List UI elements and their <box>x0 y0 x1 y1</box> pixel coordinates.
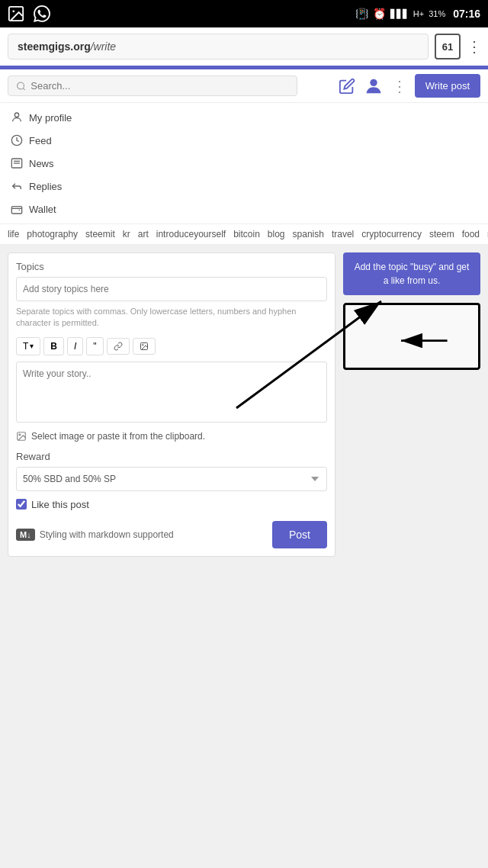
battery-indicator: 31% <box>429 9 445 18</box>
nav-label-news: News <box>29 158 54 169</box>
tags-bar: life photography steemit kr art introduc… <box>0 224 488 245</box>
like-post-label: Like this post <box>31 499 89 510</box>
vibrate-icon: 📳 <box>355 8 368 20</box>
side-panel: Add the topic "busy" and get a like from… <box>343 252 480 557</box>
url-bar[interactable]: steemgigs.org/write <box>8 34 429 59</box>
wallet-icon <box>11 203 23 215</box>
nav-menu: My profile Feed News Replies Wallet <box>0 103 488 224</box>
nav-label-feed: Feed <box>29 135 52 146</box>
like-post-checkbox[interactable] <box>16 499 27 510</box>
image-upload-icon <box>16 431 27 442</box>
topics-input[interactable] <box>16 277 327 301</box>
write-story-input[interactable] <box>16 362 327 423</box>
image-embed-icon <box>140 342 149 351</box>
topics-hint: Separate topics with commas. Only lowerc… <box>16 306 327 330</box>
tag-spanish[interactable]: spanish <box>293 229 324 240</box>
tag-food[interactable]: food <box>462 229 480 240</box>
url-domain: steemgigs.org <box>18 40 91 53</box>
editor-toolbar: T ▾ B I " <box>16 337 327 355</box>
nav-item-feed[interactable]: Feed <box>0 129 488 152</box>
search-area[interactable] <box>8 76 297 96</box>
annotation-arrow-box <box>343 303 480 370</box>
more-options-icon[interactable]: ⋮ <box>392 77 407 95</box>
nav-item-wallet[interactable]: Wallet <box>0 198 488 220</box>
signal-icon: ▋▋▋ <box>390 9 409 19</box>
reward-select[interactable]: 50% SBD and 50% SP100% Steem PowerDeclin… <box>16 467 327 491</box>
nav-item-myprofile[interactable]: My profile <box>0 106 488 129</box>
nav-label-myprofile: My profile <box>29 112 72 124</box>
browser-bar: steemgigs.org/write 61 ⋮ <box>0 27 488 67</box>
image-select-label: Select image or paste it from the clipbo… <box>31 431 205 442</box>
browser-menu-button[interactable]: ⋮ <box>467 37 480 56</box>
write-post-button[interactable]: Write post <box>415 74 480 98</box>
tag-kr[interactable]: kr <box>123 229 130 240</box>
nav-label-replies: Replies <box>29 181 62 192</box>
link-icon <box>114 342 123 351</box>
status-bar-right: 📳 ⏰ ▋▋▋ H+ 31% 07:16 <box>355 8 480 20</box>
network-type: H+ <box>413 9 424 18</box>
like-post-row: Like this post <box>16 499 327 510</box>
profile-icon[interactable] <box>363 76 384 97</box>
bold-button[interactable]: B <box>43 337 64 355</box>
link-button[interactable] <box>107 338 130 355</box>
topics-label: Topics <box>16 261 327 272</box>
italic-button[interactable]: I <box>67 337 83 355</box>
text-size-button[interactable]: T ▾ <box>16 337 40 355</box>
status-time: 07:16 <box>453 8 480 20</box>
quote-button[interactable]: " <box>86 337 103 355</box>
search-input[interactable] <box>30 80 289 92</box>
reward-section: Reward 50% SBD and 50% SP100% Steem Powe… <box>16 451 327 491</box>
alarm-icon: ⏰ <box>373 8 386 20</box>
post-button[interactable]: Post <box>272 521 327 548</box>
news-icon <box>11 157 23 169</box>
svg-line-3 <box>23 88 24 89</box>
tag-cryptocurrency[interactable]: cryptocurrency <box>361 229 422 240</box>
svg-rect-10 <box>11 207 21 214</box>
search-icon <box>16 81 26 92</box>
tag-bitcoin[interactable]: bitcoin <box>233 229 260 240</box>
markdown-info: M↓ Styling with markdown supported <box>16 529 174 541</box>
svg-point-14 <box>19 434 21 436</box>
tag-art[interactable]: art <box>138 229 149 240</box>
svg-point-2 <box>18 82 24 89</box>
tag-photography[interactable]: photography <box>27 229 78 240</box>
nav-item-news[interactable]: News <box>0 152 488 175</box>
editor-panel: Topics Separate topics with commas. Only… <box>8 252 336 557</box>
post-row: M↓ Styling with markdown supported Post <box>16 521 327 548</box>
tag-introduceyourself[interactable]: introduceyourself <box>156 229 226 240</box>
tag-steemit[interactable]: steemit <box>85 229 115 240</box>
status-bar-left <box>8 5 50 22</box>
main-content: Topics Separate topics with commas. Only… <box>0 245 488 564</box>
nav-label-wallet: Wallet <box>29 204 56 215</box>
annotation-arrow <box>345 305 478 368</box>
nav-item-replies[interactable]: Replies <box>0 175 488 198</box>
tag-steem[interactable]: steem <box>429 229 454 240</box>
tag-blog[interactable]: blog <box>268 229 285 240</box>
reward-label: Reward <box>16 451 327 462</box>
svg-point-4 <box>370 79 377 85</box>
person-icon <box>11 111 23 124</box>
status-bar: 📳 ⏰ ▋▋▋ H+ 31% 07:16 <box>0 0 488 27</box>
markdown-badge: M↓ <box>16 529 35 541</box>
page-bottom <box>0 564 488 868</box>
url-path: /write <box>91 40 116 53</box>
svg-point-1 <box>12 10 14 12</box>
feed-icon <box>11 134 23 146</box>
svg-point-5 <box>14 113 18 117</box>
tab-count[interactable]: 61 <box>435 34 461 59</box>
toolbar-right-icons: ⋮ Write post <box>339 74 480 98</box>
svg-point-12 <box>142 344 143 346</box>
reply-icon <box>11 180 23 192</box>
image-button[interactable] <box>133 338 156 355</box>
image-select-row[interactable]: Select image or paste it from the clipbo… <box>16 431 327 442</box>
edit-icon[interactable] <box>339 78 355 95</box>
tag-travel[interactable]: travel <box>332 229 354 240</box>
app-toolbar: ⋮ Write post <box>0 69 488 103</box>
gallery-icon <box>8 5 24 22</box>
whatsapp-icon <box>34 5 50 22</box>
promo-box: Add the topic "busy" and get a like from… <box>343 252 480 295</box>
tag-life[interactable]: life <box>8 229 19 240</box>
markdown-label: Styling with markdown supported <box>40 529 174 540</box>
